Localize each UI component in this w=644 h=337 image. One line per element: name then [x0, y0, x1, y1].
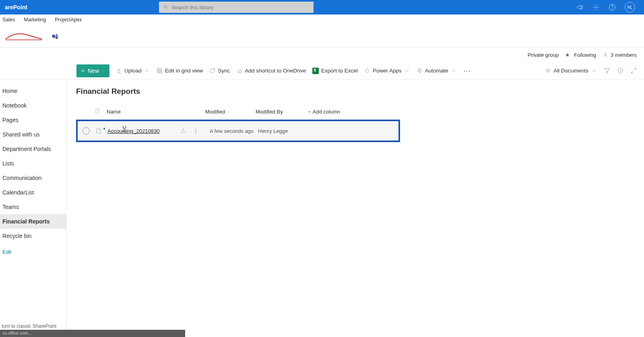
column-modified[interactable]: Modified [205, 109, 256, 115]
svg-line-22 [634, 68, 636, 70]
status-bar: cs.office.com... [0, 330, 185, 337]
expand-icon[interactable] [631, 68, 637, 74]
megaphone-icon[interactable] [576, 4, 584, 11]
sidebar-item-teams[interactable]: Teams [0, 200, 66, 214]
nav-tab-marketing[interactable]: Marketing [24, 17, 46, 23]
filter-icon[interactable] [604, 68, 610, 74]
following-toggle[interactable]: ★ Following [565, 52, 596, 58]
row-more-button[interactable]: ⋮ [193, 128, 198, 134]
sync-button[interactable]: Sync [209, 68, 230, 74]
chevron-down-icon [122, 110, 126, 114]
svg-line-1 [166, 8, 168, 9]
sidebar-item-lists[interactable]: Lists [0, 156, 66, 171]
column-type [95, 108, 107, 116]
sync-label: Sync [218, 68, 230, 74]
suite-bar: arePoint HL [0, 0, 644, 14]
sidebar-item-communication[interactable]: Communication [0, 171, 66, 185]
power-apps-button[interactable]: Power Apps [364, 68, 410, 74]
svg-point-2 [595, 6, 597, 8]
site-logo[interactable] [2, 27, 46, 45]
sidebar-item-shared[interactable]: Shared with us [0, 127, 66, 142]
group-info-bar: Private group ★ Following 3 members [0, 48, 644, 62]
chevron-down-icon [404, 68, 410, 74]
upload-button[interactable]: Upload [116, 68, 150, 74]
person-icon [603, 52, 608, 58]
new-indicator-icon: ✦ [103, 126, 106, 131]
powerapps-icon [364, 68, 370, 74]
sidebar-item-calendar[interactable]: CalendarList [0, 185, 66, 200]
add-shortcut-button[interactable]: Add shortcut to OneDrive [236, 68, 306, 74]
svg-point-4 [612, 9, 613, 9]
sidebar-item-home[interactable]: Home [0, 84, 66, 98]
chevron-down-icon [144, 68, 150, 74]
svg-rect-14 [160, 71, 162, 73]
toolbar-right: All Documents [545, 68, 637, 74]
column-modified-by[interactable]: Modified By [256, 109, 308, 115]
highlighted-row-frame: ✦ Accounting_20210830 ⋮ A few seconds ag… [76, 120, 400, 142]
global-nav-tabs: Sales Marketing ProjectApex [0, 14, 644, 25]
members-label: 3 members [611, 52, 637, 58]
export-excel-button[interactable]: Export to Excel [312, 68, 358, 74]
sidebar: Home Notebook Pages Shared with us Depar… [0, 80, 66, 337]
powerapps-label: Power Apps [373, 68, 402, 74]
classic-sharepoint-link[interactable]: turn to classic SharePoint [2, 323, 56, 329]
grid-icon [157, 68, 163, 74]
chevron-down-icon [285, 110, 289, 114]
shortcut-label: Add shortcut to OneDrive [245, 68, 306, 74]
upload-icon [116, 68, 122, 74]
sidebar-item-portals[interactable]: Department Portals [0, 142, 66, 156]
more-commands-button[interactable]: ⋯ [463, 66, 471, 75]
file-name-link[interactable]: Accounting_20210830 [107, 128, 178, 134]
sync-icon [209, 68, 215, 74]
svg-rect-5 [52, 35, 56, 38]
site-header [0, 25, 644, 48]
main-layout: Home Notebook Pages Shared with us Depar… [0, 80, 644, 337]
sidebar-item-financial-reports[interactable]: Financial Reports [0, 214, 66, 229]
excel-icon [312, 68, 319, 74]
column-add[interactable]: + Add column [308, 109, 346, 115]
svg-rect-11 [157, 68, 159, 70]
following-label: Following [574, 52, 596, 58]
content-area: Financial Reports Name Modified Modified… [66, 80, 644, 337]
svg-rect-12 [160, 68, 162, 70]
teams-icon[interactable] [52, 33, 59, 40]
table-row[interactable]: ✦ Accounting_20210830 ⋮ A few seconds ag… [78, 121, 398, 141]
svg-rect-13 [157, 71, 159, 73]
automate-label: Automate [425, 68, 448, 74]
gear-icon[interactable] [592, 4, 600, 11]
export-label: Export to Excel [321, 68, 358, 74]
nav-tab-projectapex[interactable]: ProjectApex [55, 17, 82, 23]
view-label: All Documents [553, 68, 588, 74]
list-icon [545, 68, 551, 74]
sidebar-item-recycle[interactable]: Recycle bin [0, 229, 66, 243]
view-selector[interactable]: All Documents [545, 68, 597, 74]
edit-grid-button[interactable]: Edit in grid view [157, 68, 203, 74]
chevron-down-icon [342, 110, 346, 114]
automate-icon [417, 68, 423, 74]
file-icon [95, 108, 100, 114]
user-avatar[interactable]: HL [625, 2, 635, 12]
search-input[interactable] [159, 2, 314, 13]
sidebar-item-pages[interactable]: Pages [0, 113, 66, 127]
suite-right: HL [576, 2, 641, 12]
column-name[interactable]: Name [107, 109, 205, 115]
sidebar-item-notebook[interactable]: Notebook [0, 98, 66, 113]
new-button[interactable]: New [76, 64, 109, 77]
row-select-circle[interactable] [83, 127, 90, 134]
info-icon[interactable] [617, 68, 623, 74]
svg-point-21 [620, 69, 621, 70]
automate-button[interactable]: Automate [417, 68, 457, 74]
sidebar-edit-link[interactable]: Edit [0, 243, 66, 259]
share-icon[interactable] [180, 128, 186, 134]
members-link[interactable]: 3 members [603, 52, 637, 58]
help-icon[interactable] [609, 4, 616, 11]
car-logo-icon [4, 29, 44, 43]
command-bar: New Upload Edit in grid view Sync Add sh… [0, 62, 644, 80]
nav-tab-sales[interactable]: Sales [2, 17, 15, 23]
chevron-down-icon [451, 68, 457, 74]
chevron-down-icon [591, 68, 597, 74]
row-modified: A few seconds ago [210, 128, 258, 134]
svg-marker-18 [605, 69, 609, 73]
search-icon [163, 4, 169, 10]
svg-point-7 [605, 53, 607, 55]
